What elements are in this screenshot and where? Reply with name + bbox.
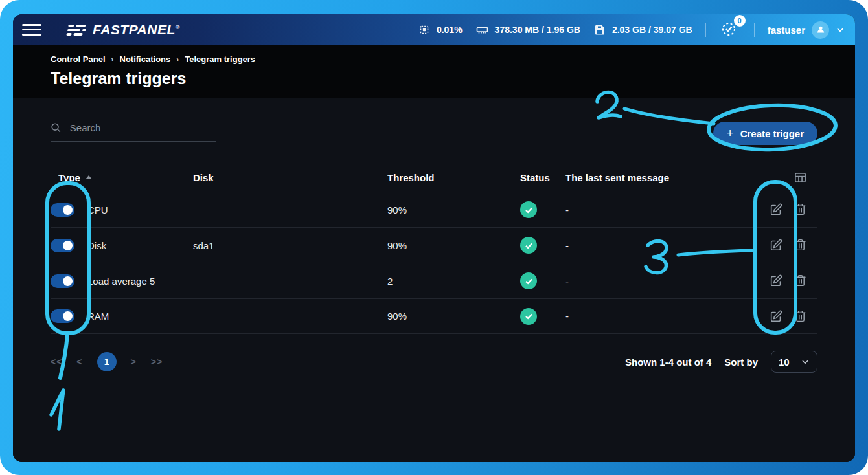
trigger-threshold: 90% bbox=[387, 311, 520, 322]
column-header-message: The last sent message bbox=[565, 172, 753, 183]
table-columns-icon bbox=[794, 171, 807, 184]
trigger-type: Disk bbox=[87, 240, 193, 251]
triggers-table: Type Disk Threshold Status The last sent… bbox=[51, 163, 817, 334]
edit-trigger-button[interactable] bbox=[769, 238, 783, 252]
search-icon bbox=[51, 122, 62, 134]
toggle-knob bbox=[63, 311, 73, 321]
main-content: + Create trigger Type Disk Threshold Sta… bbox=[13, 98, 855, 462]
tasks-count-badge: 0 bbox=[734, 15, 746, 27]
table-row: Disk sda1 90% - bbox=[51, 227, 817, 263]
status-cell bbox=[520, 237, 565, 254]
pagination-row: << < 1 > >> Shown 1-4 out of 4 Sort by 1… bbox=[51, 351, 817, 373]
divider bbox=[705, 23, 706, 37]
first-page-button[interactable]: << bbox=[51, 357, 62, 367]
status-cell bbox=[520, 272, 565, 289]
edit-icon bbox=[769, 309, 783, 324]
edit-trigger-button[interactable] bbox=[769, 203, 783, 217]
disk-usage-value: 2.03 GB / 39.07 GB bbox=[612, 25, 692, 35]
trigger-enabled-toggle[interactable] bbox=[51, 239, 74, 252]
user-icon bbox=[816, 25, 826, 35]
delete-trigger-button[interactable] bbox=[794, 238, 807, 252]
row-actions bbox=[753, 309, 817, 324]
user-menu[interactable]: fastuser bbox=[768, 21, 845, 39]
table-header: Type Disk Threshold Status The last sent… bbox=[51, 163, 817, 192]
table-row: CPU 90% - bbox=[51, 192, 817, 227]
per-page-select[interactable]: 10 bbox=[771, 351, 817, 373]
breadcrumb: Control Panel › Notifications › Telegram… bbox=[51, 54, 817, 64]
divider bbox=[754, 23, 755, 37]
status-cell bbox=[520, 308, 565, 325]
table-body: CPU 90% - bbox=[51, 192, 817, 334]
toggle-knob bbox=[63, 276, 73, 286]
trigger-enabled-toggle[interactable] bbox=[51, 203, 74, 217]
cpu-usage-value: 0.01% bbox=[437, 25, 463, 35]
disk-icon bbox=[593, 23, 606, 36]
toggle-cell bbox=[51, 203, 87, 217]
delete-trigger-button[interactable] bbox=[794, 203, 807, 217]
app-panel: FASTPANEL® 0.01% 378.30 MB / 1 bbox=[13, 14, 855, 462]
status-ok-icon bbox=[520, 272, 537, 289]
toggle-knob bbox=[63, 241, 73, 250]
trigger-type: Load average 5 bbox=[87, 276, 193, 287]
edit-icon bbox=[769, 274, 783, 288]
prev-page-button[interactable]: < bbox=[76, 357, 82, 367]
chevron-down-icon bbox=[801, 357, 810, 366]
delete-trigger-button[interactable] bbox=[794, 309, 807, 324]
column-header-type[interactable]: Type bbox=[51, 172, 193, 183]
breadcrumb-separator: › bbox=[176, 55, 179, 64]
column-header-threshold: Threshold bbox=[387, 172, 520, 183]
ram-icon bbox=[475, 23, 489, 37]
trigger-threshold: 90% bbox=[387, 240, 520, 251]
edit-trigger-button[interactable] bbox=[769, 274, 783, 288]
last-sent-message: - bbox=[565, 311, 753, 322]
toggle-cell bbox=[51, 309, 87, 323]
search-box[interactable] bbox=[51, 122, 216, 142]
toggle-knob bbox=[63, 205, 73, 215]
next-page-button[interactable]: > bbox=[131, 357, 137, 367]
brand-logo[interactable]: FASTPANEL® bbox=[67, 22, 180, 38]
ram-usage-stat: 378.30 MB / 1.96 GB bbox=[475, 23, 580, 37]
page-title: Telegram triggers bbox=[51, 69, 817, 88]
trash-icon bbox=[794, 274, 807, 287]
type-header-label: Type bbox=[58, 172, 80, 183]
menu-icon[interactable] bbox=[22, 21, 41, 38]
column-settings-button[interactable] bbox=[753, 171, 817, 184]
ram-usage-value: 378.30 MB / 1.96 GB bbox=[495, 25, 580, 35]
registered-mark: ® bbox=[176, 24, 180, 30]
last-page-button[interactable]: >> bbox=[151, 357, 163, 367]
create-trigger-button[interactable]: + Create trigger bbox=[713, 122, 817, 145]
trigger-threshold: 2 bbox=[387, 276, 520, 287]
equalizer-icon bbox=[66, 25, 87, 36]
trigger-disk: sda1 bbox=[193, 240, 387, 251]
breadcrumb-separator: › bbox=[111, 55, 114, 64]
trigger-threshold: 90% bbox=[387, 204, 520, 215]
toggle-cell bbox=[51, 274, 87, 288]
current-page-button[interactable]: 1 bbox=[97, 352, 117, 371]
trigger-enabled-toggle[interactable] bbox=[51, 309, 74, 323]
search-input[interactable] bbox=[70, 122, 216, 133]
page-header: Control Panel › Notifications › Telegram… bbox=[13, 45, 855, 98]
sort-asc-icon bbox=[86, 175, 92, 179]
status-cell bbox=[520, 201, 565, 218]
username: fastuser bbox=[768, 25, 805, 36]
breadcrumb-notifications[interactable]: Notifications bbox=[120, 54, 171, 64]
edit-trigger-button[interactable] bbox=[769, 309, 783, 324]
per-page-value: 10 bbox=[779, 357, 790, 368]
cpu-icon bbox=[418, 23, 431, 36]
trigger-type: RAM bbox=[87, 311, 193, 322]
breadcrumb-control-panel[interactable]: Control Panel bbox=[51, 54, 106, 64]
pagination: << < 1 > >> bbox=[51, 352, 163, 371]
trash-icon bbox=[794, 203, 807, 216]
sort-by-label: Sort by bbox=[724, 357, 758, 368]
trigger-type: CPU bbox=[87, 204, 193, 215]
trigger-enabled-toggle[interactable] bbox=[51, 274, 74, 288]
row-actions bbox=[753, 203, 817, 217]
delete-trigger-button[interactable] bbox=[794, 274, 807, 288]
brand-name: FASTPANEL® bbox=[93, 22, 180, 38]
toggle-cell bbox=[51, 239, 87, 252]
disk-usage-stat: 2.03 GB / 39.07 GB bbox=[593, 23, 692, 36]
tasks-button[interactable]: 0 bbox=[719, 19, 741, 40]
topbar: FASTPANEL® 0.01% 378.30 MB / 1 bbox=[13, 14, 855, 45]
trash-icon bbox=[794, 238, 807, 252]
edit-icon bbox=[769, 203, 783, 217]
